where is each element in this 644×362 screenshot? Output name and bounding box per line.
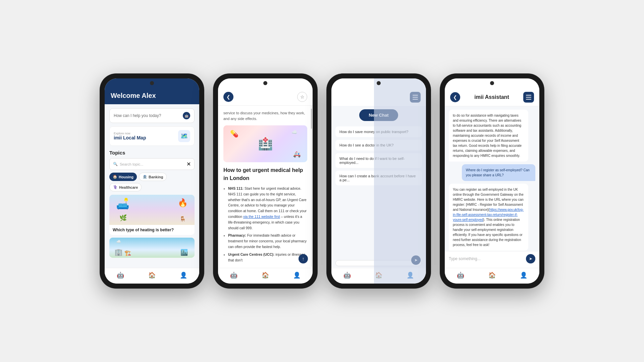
chip-banking[interactable]: 🏦 Banking [139,173,167,181]
welcome-title: Welcome Alex [111,92,156,99]
phone4-header: ❮ imii Assistant [445,78,539,106]
message-assistant-1: to do so for assistance with navigating … [449,110,528,162]
phone-3-screen: New Chat How do I save money on public t… [331,78,426,284]
topic-search-box[interactable]: 🔍 Search topic... ✕ [109,158,195,170]
phone4-input-row: Type something... ➤ [445,251,539,266]
scrollbar[interactable] [311,105,312,267]
healthcare-icon: ⚕️ [113,185,118,189]
list-item-nhs: NHS 111: Start here for urgent medical a… [228,186,307,231]
nav-bot-p4[interactable]: 🤖 [457,272,464,279]
room-radiator: 🔥 [178,198,188,207]
menu-line-p4-1 [526,95,531,96]
scroll-up-fab[interactable]: ↑ [299,254,308,263]
room-person: 🪑 [179,216,186,222]
card-city[interactable]: 🏢 🏗️ 🏙️ ☁️ [109,238,195,258]
chip-housing[interactable]: 🏠 Housing [109,173,137,181]
room-plant: 🌿 [119,214,127,222]
phone-1: Welcome Alex How can I help you today? 🤖… [100,74,204,288]
menu-line-p4-2 [526,97,531,98]
search-placeholder-text: How can I help you today? [114,113,161,118]
pharmacy-title: Pharmacy: [228,233,246,237]
list-item-ucc: Urgent Care Centres (UCC): injuries or i… [228,252,307,263]
city-illustration: 🏢 🏗️ 🏙️ ☁️ [109,238,195,258]
building1: 🏢 [114,248,123,256]
phone1-content: How can I help you today? 🤖 Explore now … [105,104,199,283]
search-box[interactable]: How can I help you today? 🤖 [109,108,195,123]
star-button[interactable]: ☆ [297,92,307,102]
article-list: NHS 111: Start here for urgent medical a… [223,186,307,263]
cloud-decor: ☁️ [291,129,297,136]
chip-healthcare[interactable]: ⚕️ Healthcare [109,183,142,191]
card-heating[interactable]: 🛋️ 🔥 🌿 🪑 Which type of heating is better… [109,195,195,235]
nav-profile-p2[interactable]: 👤 [293,272,301,279]
medical-hero-image: 🏥 💊 🚑 ☁️ [223,125,307,162]
sidebar-overlay [374,78,426,284]
send-button-p4[interactable]: ➤ [526,254,535,263]
input-placeholder[interactable]: Type something... [449,256,526,261]
ucc-title: Urgent Care Centres (UCC): [228,252,274,256]
phone2-bottom-nav: 🤖 🏠 👤 [218,268,313,284]
nav-profile-p4[interactable]: 👤 [520,272,527,279]
menu-button-p4[interactable] [523,92,534,103]
nhs-title: NHS 111: [228,186,244,190]
article-heading: How to get urgent medical help in London [223,166,307,182]
nav-home-p2[interactable]: 🏠 [262,272,269,279]
nav-bot-p2[interactable]: 🤖 [230,272,237,279]
map-title: imii Local Map [114,135,146,140]
phone-2-screen: ❮ ☆ service to discuss your medicines, h… [218,78,313,284]
assistant-title: imii Assistant [474,94,509,100]
map-icon: 🗺️ [178,130,190,142]
list-item-pharmacy: Pharmacy: For immediate health advice or… [228,233,307,249]
building3: 🏙️ [180,249,188,256]
nav-home[interactable]: 🏠 [148,272,156,279]
medical-icon: 🏥 [258,135,273,153]
assistant-msg2-after: ). This online registration process is c… [453,218,523,247]
chip-banking-label: Banking [149,175,163,179]
room-illustration: 🛋️ 🔥 🌿 🪑 [109,195,195,225]
clear-icon[interactable]: ✕ [186,161,191,167]
search-icon: 🔍 [113,162,118,166]
chip-housing-label: Housing [119,175,133,179]
phone1-header: Welcome Alex [105,78,199,104]
phone1-bottom-nav: 🤖 🏠 👤 [105,268,199,284]
cloud1: ☁️ [116,239,121,244]
medical-icon2: 💊 [230,129,238,139]
back-button-p4[interactable]: ❮ [450,92,460,102]
phone-1-screen: Welcome Alex How can I help you today? 🤖… [105,78,199,284]
phone4-chat-content: to do so for assistance with navigating … [445,106,539,253]
housing-icon: 🏠 [113,175,117,179]
menu-line-p4-3 [526,99,531,100]
explore-map-box[interactable]: Explore now imii Local Map 🗺️ [109,126,195,146]
message-assistant-2: You can register as self-employed in the… [449,184,528,251]
topic-chips: 🏠 Housing 🏦 Banking ⚕️ Healthcare [109,173,195,191]
nhs-body: Start here for urgent medical advice. NH… [228,186,307,219]
chip-healthcare-label: Healthcare [119,185,138,189]
phone2-header: ❮ ☆ [218,78,313,106]
phone-4: ❮ imii Assistant to do so for assistance… [440,74,544,288]
message-user-1: Where do I register as self-employed? Ca… [462,164,535,181]
phones-container: Welcome Alex How can I help you today? 🤖… [0,60,644,302]
nhs-link[interactable]: via the 111 website first [243,215,280,219]
explore-label: Explore now [114,132,146,135]
topics-label: Topics [109,150,195,156]
topic-search-placeholder: Search topic... [120,162,143,166]
nav-bot-p3[interactable]: 🤖 [343,272,351,279]
nav-profile[interactable]: 👤 [180,272,187,279]
card-heating-text: Which type of heating is better? [109,225,195,235]
bot-icon: 🤖 [183,112,190,119]
scrollbar-thumb [311,109,312,129]
nav-bot[interactable]: 🤖 [117,272,124,279]
phone4-bottom-nav: 🤖 🏠 👤 [445,268,539,284]
phone-3: New Chat How do I save money on public t… [327,74,431,288]
phone-4-screen: ❮ imii Assistant to do so for assistance… [445,78,539,284]
medical-icon3: 🚑 [293,150,301,159]
nav-home-p4[interactable]: 🏠 [488,272,496,279]
back-button[interactable]: ❮ [223,92,233,102]
building2: 🏗️ [124,250,131,256]
phone-2: ❮ ☆ service to discuss your medicines, h… [213,74,317,288]
intro-text: service to discuss your medicines, how t… [223,110,307,121]
room-decor: 🛋️ [116,197,129,210]
phone2-content: service to discuss your medicines, how t… [218,106,313,267]
banking-icon: 🏦 [143,175,147,179]
